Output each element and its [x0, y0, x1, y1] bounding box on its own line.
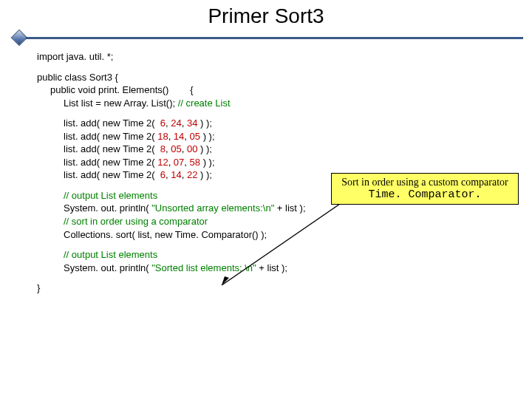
code-text: System. out. println( [64, 262, 151, 273]
code-num: 6 [160, 117, 166, 129]
code-text: list. add( new Time 2( [64, 143, 160, 154]
code-text: ) ); [197, 169, 212, 180]
code-text: , [184, 131, 189, 142]
callout-text: Sort in order using a custom comparator [336, 177, 514, 188]
code-text: , [182, 169, 187, 180]
code-num: 22 [187, 169, 197, 180]
code-num: 07 [174, 157, 184, 168]
code-text: public void print. Elements() [50, 84, 168, 95]
code-string: "Unsorted array elements:\n" [151, 202, 274, 214]
code-add-1: list. add( new Time 2( 18, 14, 05 ) ); [37, 130, 532, 143]
code-add-0: list. add( new Time 2( 6, 24, 34 ) ); [37, 117, 532, 130]
code-out2: System. out. println( "Sorted list eleme… [37, 262, 532, 275]
code-num: 18 [157, 131, 168, 142]
title-underline [9, 33, 523, 43]
code-list-decl: List list = new Array. List(); // create… [37, 97, 532, 110]
code-num: 34 [187, 117, 197, 129]
callout-box: Sort in order using a custom comparator … [331, 173, 519, 205]
code-text: list. add( new Time 2( [64, 131, 157, 142]
code-num: 14 [174, 131, 184, 142]
code-num: 8 [160, 143, 166, 154]
code-text: System. out. println( [64, 202, 151, 214]
code-num: 12 [157, 157, 168, 168]
code-num: 00 [187, 143, 197, 154]
code-import: import java. util. *; [37, 50, 532, 64]
code-class: public class Sort3 { [37, 71, 532, 84]
code-text: , [182, 143, 187, 154]
code-comment: // create List [178, 98, 231, 109]
code-text: ) ); [197, 143, 212, 154]
code-text: List list = new Array. List(); [64, 98, 178, 109]
code-text: , [168, 157, 174, 168]
diamond-icon [11, 30, 28, 47]
code-sort: Collections. sort( list, new Time. Compa… [37, 228, 532, 242]
code-num: 24 [171, 117, 181, 129]
code-text: list. add( new Time 2( [64, 157, 157, 168]
code-text: list. add( new Time 2( [64, 117, 160, 129]
code-method: public void print. Elements() { [37, 83, 532, 97]
code-text: , [168, 131, 174, 142]
code-num: 05 [171, 143, 181, 154]
code-num: 14 [171, 169, 181, 180]
slide-title: Primer Sort3 [0, 4, 532, 28]
code-add-3: list. add( new Time 2( 12, 07, 58 ) ); [37, 156, 532, 169]
code-text: + list ); [256, 262, 287, 273]
code-num: 6 [160, 169, 166, 180]
code-text: , [182, 117, 187, 129]
code-close-brace: } [37, 282, 532, 295]
code-sort-comment: // sort in order using a comparator [37, 215, 532, 228]
callout-code: Time. Comparator. [336, 188, 514, 201]
code-text: , [184, 157, 189, 168]
code-text: ) ); [197, 117, 212, 129]
code-string: "Sorted list elements: \n" [151, 262, 256, 273]
code-num: 58 [190, 157, 200, 168]
code-num: 05 [190, 131, 200, 142]
code-text: ) ); [200, 157, 215, 168]
code-text: ) ); [200, 131, 215, 142]
code-text: list. add( new Time 2( [64, 169, 160, 180]
code-add-2: list. add( new Time 2( 8, 05, 00 ) ); [37, 143, 532, 156]
code-text: { [190, 84, 193, 95]
code-out2-comment: // output List elements [37, 248, 532, 262]
underline-bar [16, 37, 523, 39]
code-text: + list ); [274, 202, 305, 214]
